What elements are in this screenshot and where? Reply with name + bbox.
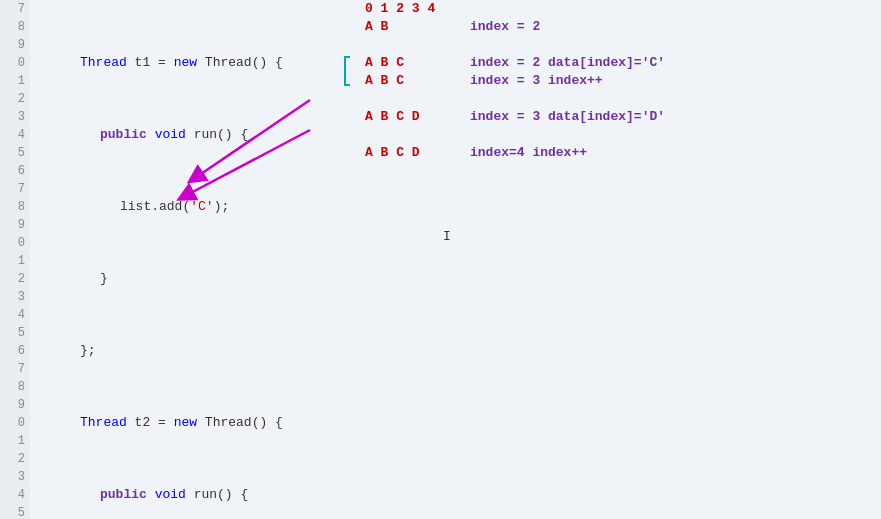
- code-line: Thread t1 = new Thread() {: [40, 54, 881, 72]
- code-line: list.add('C');: [40, 198, 881, 216]
- code-area[interactable]: Thread t1 = new Thread() { public void r…: [30, 0, 881, 519]
- code-line: Thread t2 = new Thread() {: [40, 414, 881, 432]
- code-line: };: [40, 342, 881, 360]
- code-line: public void run() {: [40, 126, 881, 144]
- line-numbers: 7 8 9 0 1 2 3 4 5 6 7 8 9 0 1 2 3 4 5 6 …: [0, 0, 30, 519]
- editor-container: 7 8 9 0 1 2 3 4 5 6 7 8 9 0 1 2 3 4 5 6 …: [0, 0, 881, 519]
- code-line: }: [40, 270, 881, 288]
- code-line: public void run() {: [40, 486, 881, 504]
